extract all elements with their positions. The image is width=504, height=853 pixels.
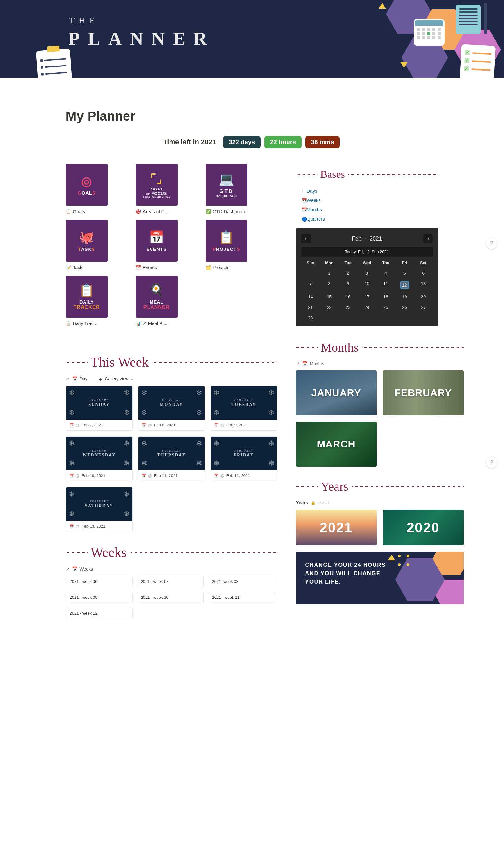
tile-projects[interactable]: 📋PROJECTS🗂️Projects	[205, 220, 248, 270]
hero-title: PLANNER	[68, 28, 215, 49]
month-card[interactable]: FEBRUARY	[383, 370, 464, 416]
gallery-view-select[interactable]: ▦ Gallery view ⌄	[99, 376, 133, 381]
bases-heading: Bases	[295, 169, 438, 180]
cal-day[interactable]: 12	[400, 281, 409, 289]
tile-image: ◎GOALS	[66, 164, 108, 206]
cal-day[interactable]: 27	[414, 305, 433, 310]
bases-link-days[interactable]: Days	[307, 187, 317, 196]
cal-day[interactable]: 26	[395, 305, 414, 310]
cal-day[interactable]: 10	[357, 281, 376, 289]
open-link-icon[interactable]: ↗	[66, 376, 70, 381]
tile-image: 🍳MEALPLANNER	[136, 276, 178, 318]
day-card-footer: 📅@Feb 7, 2021	[66, 419, 132, 430]
cal-day[interactable]: 22	[320, 305, 339, 310]
bases-link-quarters[interactable]: Quarters	[307, 214, 325, 224]
bases-link-weeks[interactable]: Weeks	[307, 196, 321, 205]
year-card[interactable]: 2020	[383, 510, 464, 545]
year-card[interactable]: 2021	[296, 510, 377, 545]
open-link-icon[interactable]: ↗	[296, 361, 300, 366]
week-item[interactable]: 2021 - week 07	[137, 576, 204, 587]
day-cards: ❄❄❄❄FEBRUARYSUNDAY📅@Feb 7, 2021❄❄❄❄FEBRU…	[66, 386, 277, 532]
cal-day[interactable]: 7	[301, 281, 320, 289]
day-card-image: ❄❄❄❄FEBRUARYSATURDAY	[66, 487, 132, 521]
cal-day[interactable]: 23	[339, 305, 358, 310]
day-card[interactable]: ❄❄❄❄FEBRUARYFRIDAY📅@Feb 12, 2021	[211, 436, 277, 481]
cal-dow: Wed	[357, 260, 376, 265]
cal-day[interactable]: 20	[414, 294, 433, 299]
tile-tracker[interactable]: 📋DAILYTRACKER📋Daily Trac...	[66, 276, 108, 326]
cal-day[interactable]: 24	[357, 305, 376, 310]
day-card[interactable]: ❄❄❄❄FEBRUARYWEDNESDAY📅@Feb 10, 2021	[66, 436, 132, 481]
tile-gtd[interactable]: 💻GTDDASHBOARD✅GTD Dashboard	[205, 164, 248, 214]
tile-meal[interactable]: 🍳MEALPLANNER📊↗ Meal Pl...	[136, 276, 178, 326]
day-card[interactable]: ❄❄❄❄FEBRUARYTUESDAY📅@Feb 9, 2021	[211, 386, 277, 431]
calendar-icon: 📅	[69, 474, 74, 478]
countdown-mins: 36 mins	[305, 136, 339, 148]
help-button[interactable]: ?	[486, 457, 497, 468]
day-card[interactable]: ❄❄❄❄FEBRUARYTHURSDAY📅@Feb 11, 2021	[138, 436, 205, 481]
days-breadcrumb[interactable]: ↗ 📅 Days ▦ Gallery view ⌄	[66, 376, 277, 381]
months-breadcrumb[interactable]: ↗ 📅 Months	[296, 361, 464, 366]
gallery-icon: ▦	[99, 376, 103, 381]
cal-day[interactable]: 4	[376, 271, 395, 276]
cal-day[interactable]: 2	[339, 271, 358, 276]
hero-decor: ✓ ✓ ✓	[364, 0, 504, 78]
calendar-icon: 📅	[142, 474, 146, 478]
cal-day[interactable]: 19	[395, 294, 414, 299]
week-item[interactable]: 2021- week 08	[208, 576, 275, 587]
bases-heading-text: Bases	[321, 169, 345, 180]
open-link-icon[interactable]: ↗	[66, 567, 70, 572]
cal-day[interactable]: 16	[339, 294, 358, 299]
cal-day	[414, 315, 433, 320]
calendar-icon: 📅	[69, 423, 74, 427]
tile-focus[interactable]: ⌜⌟AREASOF FOCUS& RESPONSIBILITIES🎯Areas …	[136, 164, 178, 214]
bases-link-months[interactable]: Months	[307, 205, 322, 214]
week-item[interactable]: 2021 - week 12	[66, 608, 132, 619]
day-card-footer: 📅@Feb 9, 2021	[211, 419, 277, 430]
week-item[interactable]: 2021 - week 11	[208, 592, 275, 603]
tile-tasks[interactable]: 🐙TASKS📝Tasks	[66, 220, 108, 270]
cal-day[interactable]: 6	[414, 271, 433, 276]
day-card[interactable]: ❄❄❄❄FEBRUARYMONDAY📅@Feb 8, 2021	[138, 386, 205, 431]
cal-day[interactable]: 18	[376, 294, 395, 299]
cal-day[interactable]: 21	[301, 305, 320, 310]
cal-day[interactable]: 25	[376, 305, 395, 310]
cal-next-button[interactable]: ›	[423, 234, 433, 243]
mini-calendar-icon	[415, 20, 444, 45]
cal-day[interactable]: 1	[320, 271, 339, 276]
cal-day[interactable]: 17	[357, 294, 376, 299]
tile-events[interactable]: 📅EVENTS📅Events	[136, 220, 178, 270]
cal-day[interactable]: 15	[320, 294, 339, 299]
week-item[interactable]: 2021 - week 10	[137, 592, 204, 603]
cal-day[interactable]: 11	[376, 281, 395, 289]
cal-day[interactable]: 3	[357, 271, 376, 276]
tile-label: 📊↗ Meal Pl...	[136, 321, 178, 326]
day-card[interactable]: ❄❄❄❄FEBRUARYSUNDAY📅@Feb 7, 2021	[66, 386, 132, 431]
day-card[interactable]: ❄❄❄❄FEBRUARYSATURDAY📅@Feb 13, 2021	[66, 487, 132, 532]
tile-target[interactable]: ◎GOALS📋Goals	[66, 164, 108, 214]
month-card[interactable]: MARCH	[296, 422, 377, 467]
cal-day[interactable]: 13	[414, 281, 433, 289]
page-title: My Planner	[66, 109, 438, 124]
this-week-heading-text: This Week	[91, 354, 149, 370]
help-button[interactable]: ?	[486, 238, 497, 249]
weeks-breadcrumb[interactable]: ↗ 📅 Weeks	[66, 567, 277, 572]
tile-image: 📋PROJECTS	[205, 220, 248, 262]
week-item[interactable]: 2021 - week 09	[66, 592, 132, 603]
cal-day	[301, 271, 320, 276]
cal-dow: Thu	[376, 260, 395, 265]
cal-day[interactable]: 5	[395, 271, 414, 276]
month-card[interactable]: JANUARY	[296, 370, 377, 416]
day-card-image: ❄❄❄❄FEBRUARYMONDAY	[139, 386, 205, 419]
cal-day[interactable]: 14	[301, 294, 320, 299]
cal-day[interactable]: 9	[339, 281, 358, 289]
cal-day[interactable]: 28	[301, 315, 320, 320]
tile-label: ✅GTD Dashboard	[205, 209, 248, 214]
week-item[interactable]: 2021 - week 06	[66, 576, 132, 587]
calendar-icon: 📅	[72, 567, 77, 572]
cal-day[interactable]: 8	[320, 281, 339, 289]
day-card-footer: 📅@Feb 11, 2021	[139, 470, 205, 481]
cal-prev-button[interactable]: ‹	[301, 234, 310, 243]
countdown-hours: 22 hours	[264, 136, 301, 148]
tile-image: 📋DAILYTRACKER	[66, 276, 108, 318]
